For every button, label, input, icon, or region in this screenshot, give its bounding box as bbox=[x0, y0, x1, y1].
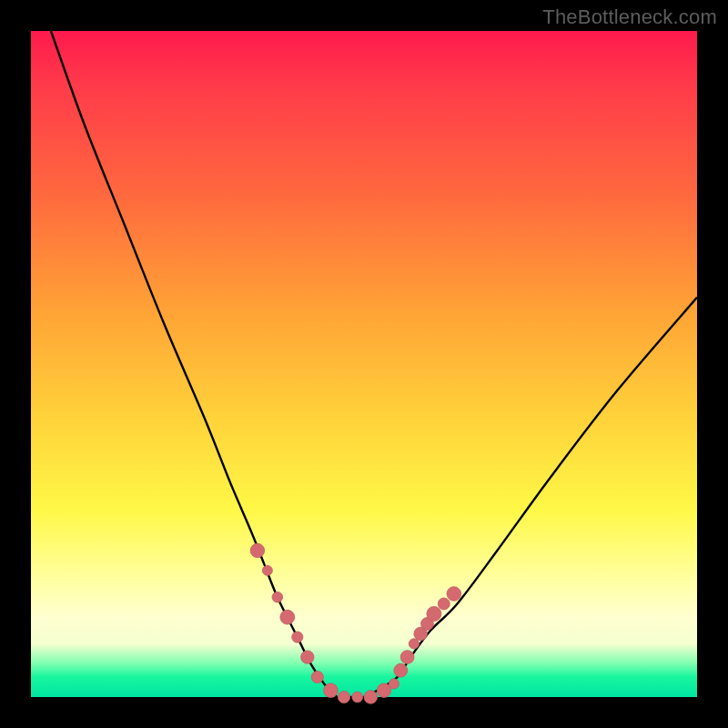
sample-point bbox=[427, 607, 441, 622]
sample-point bbox=[324, 683, 339, 698]
sample-point bbox=[409, 639, 419, 649]
sample-point bbox=[272, 592, 283, 602]
sample-point bbox=[389, 679, 399, 689]
sample-point bbox=[262, 565, 272, 575]
watermark-text: TheBottleneck.com bbox=[542, 5, 717, 29]
chart-svg bbox=[31, 31, 697, 697]
sample-point bbox=[364, 691, 378, 704]
sample-points bbox=[250, 543, 460, 703]
sample-point bbox=[394, 663, 408, 677]
sample-point bbox=[280, 610, 295, 624]
sample-point bbox=[250, 543, 264, 557]
sample-point bbox=[447, 587, 461, 602]
plot-area bbox=[31, 31, 697, 697]
sample-point bbox=[400, 651, 414, 664]
outer-frame: TheBottleneck.com bbox=[0, 0, 728, 728]
sample-point bbox=[338, 691, 349, 703]
sample-point bbox=[301, 651, 314, 663]
bottleneck-curve bbox=[51, 31, 697, 698]
sample-point bbox=[311, 671, 323, 682]
sample-point bbox=[352, 692, 363, 703]
sample-point bbox=[292, 632, 303, 642]
sample-point bbox=[438, 598, 450, 610]
